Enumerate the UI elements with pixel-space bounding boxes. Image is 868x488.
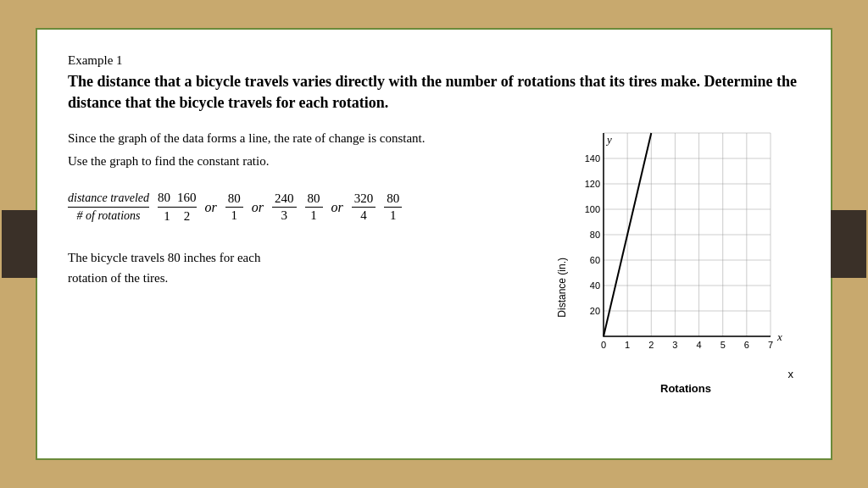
- frac-80-1-num: 80: [225, 191, 243, 208]
- or-2: or: [252, 200, 264, 215]
- or-1: or: [205, 200, 217, 215]
- frac-80-num: 80: [158, 191, 170, 205]
- frac-80-1b: 80 1: [305, 191, 323, 223]
- graph-canvas: [571, 120, 787, 362]
- frac-160-num: 160: [177, 191, 197, 205]
- graph-container: Distance (in.) x Rotations: [571, 120, 800, 395]
- main-card: Example 1 The distance that a bicycle tr…: [36, 28, 832, 460]
- frac-80-1c: 80 1: [384, 191, 402, 223]
- frac-80c-num: 80: [384, 191, 402, 208]
- frac-320-num: 320: [352, 191, 376, 208]
- since-text-2: Use the graph to find the constant ratio…: [68, 152, 546, 171]
- conclusion-1: The bicycle travels 80 inches for each: [68, 251, 260, 264]
- example-title: The distance that a bicycle travels vari…: [68, 71, 800, 114]
- content-area: Since the graph of the data forms a line…: [68, 129, 800, 395]
- or-3: or: [331, 200, 343, 215]
- side-bar-right: [831, 210, 866, 278]
- frac-80-1-den: 1: [229, 208, 241, 223]
- fraction-label-den: # of rotations: [77, 209, 141, 223]
- since-text-1: Since the graph of the data forms a line…: [68, 129, 546, 148]
- frac-1b-den: 1: [308, 208, 320, 223]
- side-bar-left: [2, 210, 37, 278]
- frac-80b-num: 80: [305, 191, 323, 208]
- frac-1-den: 1: [164, 209, 170, 224]
- graph-wrapper: [571, 120, 800, 366]
- fraction-label-num: distance traveled: [68, 191, 149, 208]
- double-frac-80-160: 80 160 1 2: [158, 191, 197, 224]
- example-label: Example 1: [68, 53, 800, 68]
- conclusion-text: The bicycle travels 80 inches for each r…: [68, 247, 546, 288]
- rotations-label: Rotations: [571, 382, 800, 395]
- x-axis-label: x: [571, 368, 800, 380]
- fraction-row: distance traveled # of rotations 80 160 …: [68, 191, 546, 224]
- frac-240-num: 240: [272, 191, 297, 208]
- left-content: Since the graph of the data forms a line…: [68, 129, 546, 395]
- frac-240-3: 240 3: [272, 191, 297, 223]
- conclusion-2: rotation of the tires.: [68, 271, 168, 285]
- fraction-label: distance traveled # of rotations: [68, 191, 149, 223]
- frac-4-den: 4: [358, 208, 370, 223]
- frac-320-4: 320 4: [352, 191, 376, 223]
- frac-2-den: 2: [177, 209, 191, 224]
- frac-1c-den: 1: [387, 208, 399, 223]
- frac-3-den: 3: [279, 208, 291, 223]
- frac-80-1: 80 1: [225, 191, 243, 223]
- y-axis-label: Distance (in.): [556, 258, 568, 318]
